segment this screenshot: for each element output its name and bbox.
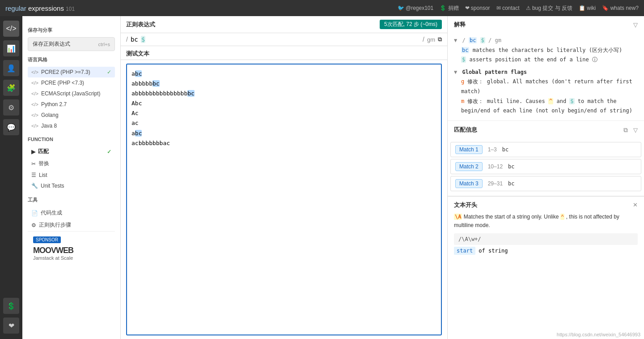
code-icon-2: </>: [31, 80, 38, 86]
nav-bug[interactable]: ⚠ bug 提交 与 反馈: [526, 4, 572, 12]
tool-codegen-icon: 📄: [31, 210, 38, 216]
tool-codegen[interactable]: 📄 代码生成: [28, 207, 115, 219]
tree-dollar-explain: $ asserts position at the end of a line …: [461, 55, 638, 65]
test-section-header: 测试文本: [121, 46, 447, 60]
lang-golang-label: Golang: [41, 112, 59, 118]
lang-pcre2-label: PCRE2 (PHP >=7.3): [41, 69, 90, 75]
match-1-label: Match 1: [455, 145, 483, 154]
function-section-title: FUNCTION: [28, 137, 115, 142]
match-info-header[interactable]: 匹配信息 ⧉ ▽: [448, 121, 644, 139]
lang-pcre-label: PCRE (PHP <7.3): [41, 80, 84, 86]
text-start-close[interactable]: ✕: [633, 202, 638, 208]
tree-flag-m: m 修改： multi line. Causes ^ and $ to matc…: [461, 97, 638, 116]
save-button-label: 保存正则表达式: [33, 40, 70, 48]
explain-body: ▼ / bc $ / gm bc matches the characters …: [448, 33, 644, 120]
flag-g-desc: global. All matches (don't return after …: [461, 78, 632, 94]
ts-desc-1: Matches the start of a string only. Unli…: [464, 214, 560, 220]
tree-flags-title: ▼ Global pattern flags: [454, 68, 638, 77]
nav-wiki[interactable]: 📋 wiki: [579, 5, 596, 11]
explain-tree: ▼ / bc $ / gm bc matches the characters …: [454, 36, 638, 116]
sponsor-badge: SPONSOR: [33, 236, 61, 243]
lang-ecmascript[interactable]: </> ECMAScript (JavaScript): [28, 88, 115, 99]
tree-dollar-desc: asserts position at the end of a line ⓘ: [469, 56, 597, 63]
lang-golang[interactable]: </> Golang: [28, 110, 115, 120]
match-2-val: bc: [508, 163, 514, 170]
sidebar-icon-user[interactable]: 👤: [3, 60, 19, 76]
flag-g-modify: 修改：: [467, 78, 483, 85]
tools-section-title: 工具: [28, 197, 115, 203]
func-unit-icon: 🔧: [31, 183, 38, 189]
text-start-body: \A Matches the start of a string only. U…: [454, 213, 638, 230]
match-count-badge: 5次匹配, 72 步 (~0ms): [380, 20, 442, 29]
copy-icon[interactable]: ⧉: [438, 36, 442, 43]
match-3-label: Match 3: [455, 179, 483, 188]
tree-dollar: $: [480, 37, 485, 43]
flag-g-key: g: [461, 78, 464, 85]
sidebar-icon-chart[interactable]: 📊: [3, 40, 19, 56]
tool-steps[interactable]: ⚙ 正则执行步骤: [28, 219, 115, 231]
explain-section: 解释 ▽ ▼ / bc $ / gm bc matches the charac…: [448, 16, 644, 121]
func-match[interactable]: ▶ 匹配 ✓: [28, 146, 115, 158]
func-unit-tests[interactable]: 🔧 Unit Tests: [28, 180, 115, 191]
regex-input-row: / bc$ / gm ⧉: [121, 33, 447, 46]
func-list[interactable]: ☰ List: [28, 170, 115, 180]
lang-python[interactable]: </> Python 2.7: [28, 99, 115, 110]
regex-label: 正则表达式: [126, 21, 155, 29]
left-panel: 保存与分享 保存正则表达式 ctrl+s 语言风格 </> PCRE2 (PHP…: [22, 16, 121, 339]
save-shortcut: ctrl+s: [98, 42, 110, 47]
nav-contact[interactable]: ✉ contact: [496, 5, 520, 11]
match-highlight-2: bc: [153, 80, 160, 87]
sidebar-icon-heart[interactable]: ❤: [3, 318, 19, 334]
save-button[interactable]: 保存正则表达式 ctrl+s: [28, 37, 115, 51]
match-row-3: Match 3 29–31 bc: [450, 176, 641, 191]
lang-pcre[interactable]: </> PCRE (PHP <7.3): [28, 77, 115, 88]
flag-m-key: m: [461, 98, 464, 104]
nav-twitter[interactable]: 🐦 @regex101: [398, 5, 434, 11]
lang-python-label: Python 2.7: [41, 101, 67, 107]
code-example: /\A\w+/: [454, 233, 638, 245]
test-line-5: Ac: [131, 108, 436, 118]
explain-header[interactable]: 解释 ▽: [448, 16, 644, 33]
text-start-title: 文本开头: [454, 201, 477, 209]
match-info-title: 匹配信息: [454, 126, 477, 134]
match-highlight-1: bc: [135, 70, 142, 77]
sponsor-logo[interactable]: MOOVWEB: [33, 246, 110, 255]
func-unit-label: Unit Tests: [41, 183, 64, 189]
tree-bc-explain: bc matches the characters bc literally (…: [461, 46, 638, 56]
tree-bc-label: bc: [461, 47, 469, 53]
test-text-label: 测试文本: [126, 50, 149, 57]
sidebar-icon-settings[interactable]: ⚙: [3, 99, 19, 116]
regex-input-field[interactable]: [148, 36, 420, 43]
sidebar-icon-dollar[interactable]: 💲: [3, 298, 19, 314]
code-icon: </>: [31, 69, 38, 75]
nav-sponsor[interactable]: ❤ sponsor: [465, 5, 490, 11]
lang-java[interactable]: </> Java 8: [28, 120, 115, 131]
nav-whatsnew[interactable]: 🔖 whats new?: [602, 5, 639, 11]
nav-donate[interactable]: 💲 捐赠: [440, 4, 458, 12]
test-line-1: abc: [131, 69, 436, 79]
top-navigation: regular expressions 101 🐦 @regex101 💲 捐赠…: [0, 0, 644, 16]
regex-bc: bc: [131, 36, 138, 43]
lang-ecmascript-label: ECMAScript (JavaScript): [41, 90, 101, 97]
test-line-4: Abc: [131, 99, 436, 108]
match-2-label: Match 2: [455, 162, 483, 171]
func-replace[interactable]: ✂ 替换: [28, 158, 115, 170]
tool-codegen-label: 代码生成: [41, 209, 62, 217]
func-match-label: 匹配: [38, 148, 49, 155]
sponsor-section: SPONSOR MOOVWEB Jamstack at Scale: [28, 231, 115, 265]
match-3-pos: 29–31: [488, 180, 503, 187]
nav-links: 🐦 @regex101 💲 捐赠 ❤ sponsor ✉ contact ⚠ b…: [398, 4, 639, 12]
match-2-pos: 10–12: [488, 163, 503, 170]
match-info-body: Match 1 1–3 bc Match 2 10–12 bc Match 3 …: [448, 139, 644, 196]
sidebar-icon-puzzle[interactable]: 🧩: [3, 80, 19, 96]
match-row-1: Match 1 1–3 bc: [450, 142, 641, 157]
watermark: https://blog.csdn.net/weixin_54646993: [448, 330, 644, 339]
copy-matches-btn[interactable]: ⧉: [622, 125, 630, 135]
site-logo[interactable]: regular expressions 101: [5, 4, 75, 12]
sidebar-icon-code[interactable]: </>: [3, 21, 19, 37]
test-area[interactable]: abc abbbbbbc abbbbbbbbbbbbbbbbc Abc Ac a…: [126, 64, 442, 335]
sidebar-icon-chat[interactable]: 💬: [3, 119, 19, 135]
main-area: 正则表达式 5次匹配, 72 步 (~0ms) / bc$ / gm ⧉ 测试文…: [121, 16, 447, 339]
lang-pcre2[interactable]: </> PCRE2 (PHP >=7.3) ✓: [28, 67, 115, 77]
tree-dollar-label: $: [461, 56, 466, 63]
